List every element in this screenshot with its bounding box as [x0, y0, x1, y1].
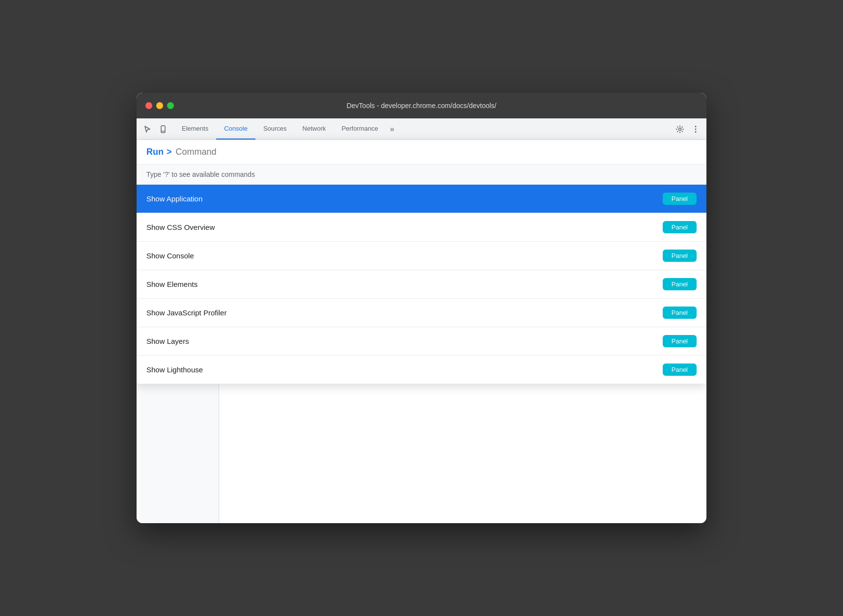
command-item-label-show-layers: Show Layers: [146, 337, 189, 345]
command-item-label-show-javascript-profiler: Show JavaScript Profiler: [146, 308, 226, 317]
svg-point-5: [695, 131, 697, 133]
command-item-show-console[interactable]: Show ConsolePanel: [137, 242, 706, 270]
svg-point-4: [695, 128, 697, 130]
more-options-icon[interactable]: [689, 122, 702, 136]
command-item-label-show-application: Show Application: [146, 195, 202, 203]
command-item-label-show-elements: Show Elements: [146, 280, 197, 288]
minimize-button[interactable]: [156, 102, 163, 109]
command-item-show-elements[interactable]: Show ElementsPanel: [137, 270, 706, 299]
command-item-label-show-console: Show Console: [146, 252, 194, 260]
command-input[interactable]: [176, 147, 697, 157]
command-hint: Type '?' to see available commands: [137, 165, 706, 185]
panel-badge-show-layers[interactable]: Panel: [663, 335, 697, 347]
run-label: Run: [146, 147, 164, 157]
svg-point-3: [695, 126, 697, 127]
command-item-show-css-overview[interactable]: Show CSS OverviewPanel: [137, 213, 706, 242]
tab-elements[interactable]: Elements: [174, 118, 216, 140]
tab-bar-icons: [140, 122, 170, 136]
settings-icon[interactable]: [673, 122, 687, 136]
command-item-show-layers[interactable]: Show LayersPanel: [137, 327, 706, 356]
panel-badge-show-css-overview[interactable]: Panel: [663, 221, 697, 233]
close-button[interactable]: [145, 102, 152, 109]
command-input-row: Run >: [137, 140, 706, 165]
command-item-label-show-css-overview: Show CSS Overview: [146, 223, 215, 231]
devtools-panel: Elements Console Sources Network Perform…: [137, 118, 706, 523]
command-item-label-show-lighthouse: Show Lighthouse: [146, 365, 203, 374]
panel-badge-show-javascript-profiler[interactable]: Panel: [663, 307, 697, 319]
more-tabs-button[interactable]: »: [386, 118, 398, 140]
panel-badge-show-elements[interactable]: Panel: [663, 278, 697, 290]
window-title: DevTools - developer.chrome.com/docs/dev…: [346, 102, 496, 110]
cursor-icon[interactable]: [140, 122, 154, 136]
tab-bar-right: [673, 122, 702, 136]
command-item-show-application[interactable]: Show ApplicationPanel: [137, 185, 706, 213]
tab-console[interactable]: Console: [216, 118, 255, 140]
command-item-show-lighthouse[interactable]: Show LighthousePanel: [137, 356, 706, 384]
tab-sources[interactable]: Sources: [255, 118, 295, 140]
command-menu: Run > Type '?' to see available commands…: [137, 140, 706, 384]
title-bar: DevTools - developer.chrome.com/docs/dev…: [137, 93, 706, 118]
command-item-show-javascript-profiler[interactable]: Show JavaScript ProfilerPanel: [137, 299, 706, 327]
panel-badge-show-lighthouse[interactable]: Panel: [663, 364, 697, 376]
panel-badge-show-console[interactable]: Panel: [663, 250, 697, 262]
devtools-window: DevTools - developer.chrome.com/docs/dev…: [137, 93, 706, 523]
main-content: › Run > Type '?' to see available comman…: [137, 140, 706, 523]
tabs: Elements Console Sources Network Perform…: [174, 118, 673, 140]
tab-bar: Elements Console Sources Network Perform…: [137, 118, 706, 140]
maximize-button[interactable]: [167, 102, 174, 109]
svg-point-2: [679, 128, 681, 130]
tab-performance[interactable]: Performance: [334, 118, 386, 140]
command-chevron: >: [167, 147, 172, 157]
svg-rect-0: [161, 126, 165, 133]
mobile-icon[interactable]: [156, 122, 170, 136]
panel-badge-show-application[interactable]: Panel: [663, 193, 697, 205]
traffic-lights: [145, 102, 174, 109]
command-list: Show ApplicationPanelShow CSS OverviewPa…: [137, 185, 706, 384]
tab-network[interactable]: Network: [295, 118, 334, 140]
